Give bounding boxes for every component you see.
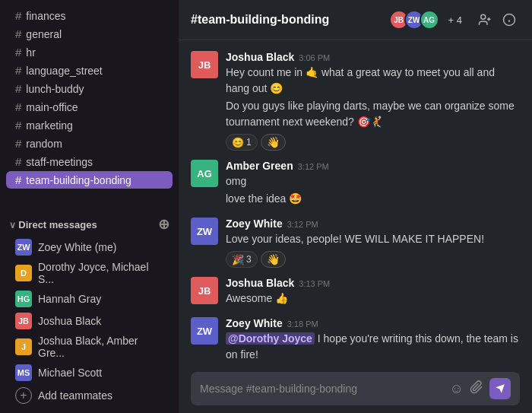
message-group: JB Joshua Black 3:13 PM Awesome 👍	[179, 272, 532, 313]
message-header: Joshua Black 3:13 PM	[226, 277, 520, 289]
dm-item-zoey-white[interactable]: ZW Zoey White (me)	[6, 237, 173, 258]
message-text: Love your ideas, people! WE WILL MAKE IT…	[226, 231, 520, 247]
message-input[interactable]	[200, 383, 444, 395]
message-header: Zoey White 3:18 PM	[226, 317, 520, 329]
add-dm-icon[interactable]: ⊕	[158, 216, 169, 233]
message-avatar: ZW	[191, 317, 218, 345]
hash-icon: #	[15, 64, 21, 77]
message-avatar: JB	[191, 51, 218, 78]
message-content: Joshua Black 3:13 PM Awesome 👍	[226, 277, 520, 308]
message-body: Hey count me in 🤙 what a great way to me…	[226, 65, 520, 130]
channel-label: marketing	[26, 119, 72, 132]
dm-label: Joshua Black, Amber Gre...	[38, 335, 163, 359]
add-reaction-button[interactable]: 👋	[261, 134, 286, 151]
sidebar-channel-hr[interactable]: #hr	[6, 43, 173, 61]
add-reaction-button[interactable]: 👋	[261, 251, 286, 268]
sidebar-channel-lunch-buddy[interactable]: #lunch-buddy	[6, 80, 173, 97]
chat-input-box: ☺	[191, 372, 520, 405]
message-header: Zoey White 3:12 PM	[226, 218, 520, 230]
hash-icon: #	[15, 9, 21, 22]
sidebar-channel-staff-meetings[interactable]: #staff-meetings	[6, 153, 173, 170]
sidebar-channel-finances[interactable]: #finances	[6, 7, 173, 24]
header-member-count: + 4	[448, 14, 462, 26]
hash-icon: #	[15, 100, 21, 113]
reaction-button[interactable]: 😊 1	[226, 134, 258, 151]
reaction-button[interactable]: 🎉 3	[226, 251, 258, 268]
channel-label: language_street	[26, 65, 102, 77]
message-group: JB Joshua Black 3:06 PM Hey count me in …	[179, 46, 532, 155]
message-author: Amber Green	[226, 160, 293, 172]
main-chat: #team-building-bonding JB ZW AG + 4 JB J…	[179, 0, 532, 413]
dm-section-label: ∨ Direct messages	[9, 219, 97, 230]
dm-section-header[interactable]: ∨ Direct messages ⊕	[0, 208, 179, 236]
svg-point-0	[481, 14, 486, 19]
channel-label: hr	[26, 46, 35, 59]
sidebar-channel-team-building-bonding[interactable]: #team-building-bonding	[6, 171, 173, 189]
attach-button[interactable]	[470, 380, 483, 398]
message-text: Do you guys like playing darts, maybe we…	[226, 98, 520, 130]
add-person-icon[interactable]	[474, 9, 496, 30]
reactions: 😊 1👋	[226, 134, 520, 151]
message-time: 3:12 PM	[287, 220, 318, 229]
message-author: Joshua Black	[226, 277, 294, 289]
dm-avatar: D	[15, 265, 32, 281]
message-content: Zoey White 3:12 PM Love your ideas, peop…	[226, 218, 520, 268]
message-time: 3:18 PM	[287, 319, 318, 329]
sidebar-channel-general[interactable]: #general	[6, 25, 173, 43]
sidebar-channel-marketing[interactable]: #marketing	[6, 116, 173, 134]
sidebar-channel-language_street[interactable]: #language_street	[6, 62, 173, 79]
message-header: Amber Green 3:12 PM	[226, 160, 520, 172]
sidebar: #finances#general#hr#language_street#lun…	[0, 0, 179, 413]
send-button[interactable]	[489, 378, 511, 399]
hash-icon: #	[15, 27, 21, 40]
channel-label: staff-meetings	[26, 156, 93, 168]
hash-icon: #	[15, 46, 21, 59]
message-avatar: AG	[191, 160, 218, 187]
dm-avatar: ZW	[15, 239, 32, 256]
dm-item-dorothy-michael[interactable]: D Dorothy Joyce, Michael S...	[6, 259, 173, 288]
reactions: 🎉 3👋	[226, 251, 520, 268]
channel-label: finances	[26, 10, 65, 22]
message-header: Joshua Black 3:06 PM	[226, 51, 520, 63]
dm-item-joshua-amber[interactable]: J Joshua Black, Amber Gre...	[6, 332, 173, 361]
dm-label: Hannah Gray	[38, 293, 101, 305]
emoji-button[interactable]: ☺	[450, 381, 464, 397]
add-teammates-label: Add teammates	[38, 389, 112, 402]
message-avatar: ZW	[191, 218, 218, 245]
message-group: ZW Zoey White 3:12 PM Love your ideas, p…	[179, 213, 532, 272]
sidebar-channel-random[interactable]: #random	[6, 135, 173, 152]
hash-icon: #	[15, 119, 21, 132]
channel-label: team-building-bonding	[26, 174, 131, 186]
message-body: Love your ideas, people! WE WILL MAKE IT…	[226, 231, 520, 247]
message-time: 3:06 PM	[299, 53, 330, 62]
channel-list: #finances#general#hr#language_street#lun…	[0, 6, 179, 208]
channel-label: lunch-buddy	[26, 83, 84, 95]
dm-item-joshua-black[interactable]: JB Joshua Black	[6, 310, 173, 332]
hash-icon: #	[15, 137, 21, 150]
dm-item-hannah-gray[interactable]: HG Hannah Gray	[6, 288, 173, 310]
sidebar-channel-main-office[interactable]: #main-office	[6, 98, 173, 116]
dm-avatar: HG	[15, 291, 32, 307]
dm-avatar: JB	[15, 313, 32, 329]
message-text: omg	[226, 173, 520, 189]
message-content: Joshua Black 3:06 PM Hey count me in 🤙 w…	[226, 51, 520, 151]
dm-avatar: J	[15, 338, 32, 355]
channel-label: general	[26, 28, 62, 40]
dm-label: Joshua Black	[38, 315, 101, 327]
header-avatar-3: AG	[420, 10, 439, 30]
message-author: Zoey White	[226, 218, 283, 230]
dm-avatar: MS	[15, 364, 32, 381]
channel-label: main-office	[26, 101, 78, 113]
add-teammates-button[interactable]: + Add teammates	[6, 385, 173, 406]
message-text: love the idea 🤩	[226, 191, 520, 207]
dm-label: Michael Scott	[38, 367, 102, 379]
dm-list: ZW Zoey White (me) D Dorothy Joyce, Mich…	[0, 236, 179, 384]
message-author: Joshua Black	[226, 51, 294, 63]
message-text: Hey count me in 🤙 what a great way to me…	[226, 65, 520, 97]
header-member-avatars: JB ZW AG	[389, 10, 439, 30]
message-body: omglove the idea 🤩	[226, 173, 520, 207]
message-group: ZW Zoey White 3:18 PM @Dorothy Joyce I h…	[179, 313, 532, 364]
message-group: AG Amber Green 3:12 PM omglove the idea …	[179, 155, 532, 213]
dm-item-michael-scott[interactable]: MS Michael Scott	[6, 362, 173, 383]
info-icon[interactable]	[499, 9, 520, 30]
